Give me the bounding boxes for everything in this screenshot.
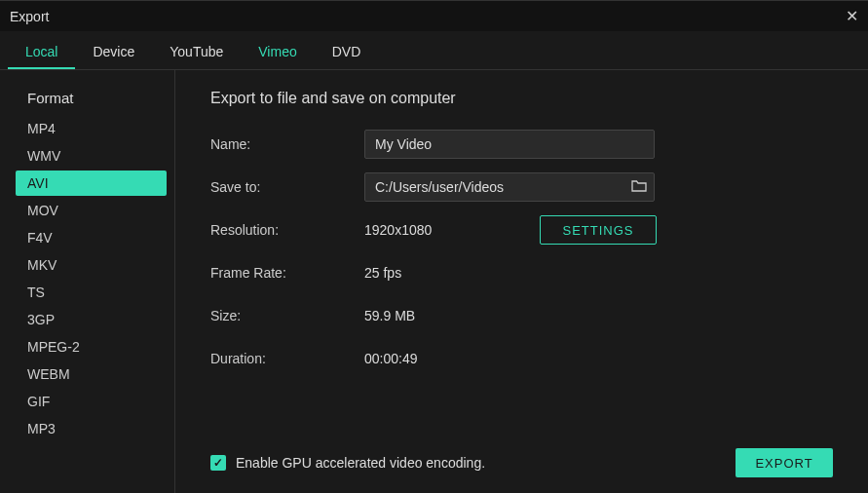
row-saveto: Save to: [210, 166, 833, 209]
format-item-mp4[interactable]: MP4 [16, 116, 167, 141]
label-resolution: Resolution: [210, 222, 364, 238]
main-panel: Export to file and save on computer Name… [175, 70, 868, 493]
format-item-mov[interactable]: MOV [16, 198, 167, 223]
titlebar: Export ✕ [0, 0, 868, 31]
panel-title: Export to file and save on computer [210, 90, 833, 107]
format-item-ts[interactable]: TS [16, 280, 167, 305]
saveto-input[interactable] [364, 172, 655, 202]
label-size: Size: [210, 308, 364, 323]
row-duration: Duration: 00:00:49 [210, 337, 833, 380]
format-item-mpeg-2[interactable]: MPEG-2 [16, 334, 167, 360]
window-title: Export [10, 9, 49, 24]
sidebar-title: Format [16, 82, 167, 116]
export-window: Export ✕ Local Device YouTube Vimeo DVD … [0, 0, 868, 493]
footer-row: ✓ Enable GPU accelerated video encoding.… [210, 429, 833, 477]
tab-dvd[interactable]: DVD [315, 34, 379, 69]
format-item-f4v[interactable]: F4V [16, 225, 167, 250]
label-framerate: Frame Rate: [210, 265, 364, 281]
format-item-webm[interactable]: WEBM [16, 361, 167, 387]
close-icon[interactable]: ✕ [846, 7, 858, 25]
checkbox-icon: ✓ [210, 455, 226, 471]
format-item-mkv[interactable]: MKV [16, 252, 167, 278]
tab-local[interactable]: Local [8, 34, 75, 69]
value-resolution: 1920x1080 [364, 222, 540, 238]
format-item-3gp[interactable]: 3GP [16, 307, 167, 332]
row-size: Size: 59.9 MB [210, 294, 833, 337]
dialog-body: Format MP4WMVAVIMOVF4VMKVTS3GPMPEG-2WEBM… [0, 70, 868, 493]
folder-icon[interactable] [631, 179, 647, 196]
format-item-wmv[interactable]: WMV [16, 143, 167, 169]
tab-bar: Local Device YouTube Vimeo DVD [0, 31, 868, 70]
tab-youtube[interactable]: YouTube [152, 34, 241, 69]
export-button[interactable]: EXPORT [736, 448, 833, 477]
tab-device[interactable]: Device [75, 34, 152, 69]
gpu-checkbox-label: Enable GPU accelerated video encoding. [236, 455, 485, 471]
settings-button[interactable]: SETTINGS [540, 215, 657, 245]
format-item-gif[interactable]: GIF [16, 389, 167, 414]
value-duration: 00:00:49 [364, 351, 540, 366]
gpu-checkbox-wrap[interactable]: ✓ Enable GPU accelerated video encoding. [210, 455, 485, 471]
format-item-avi[interactable]: AVI [16, 171, 167, 196]
format-item-mp3[interactable]: MP3 [16, 416, 167, 441]
value-size: 59.9 MB [364, 308, 540, 323]
row-name: Name: [210, 123, 833, 166]
label-name: Name: [210, 136, 364, 152]
row-resolution: Resolution: 1920x1080 SETTINGS [210, 209, 833, 251]
row-framerate: Frame Rate: 25 fps [210, 251, 833, 294]
value-framerate: 25 fps [364, 265, 540, 281]
label-duration: Duration: [210, 351, 364, 366]
label-saveto: Save to: [210, 179, 364, 195]
tab-vimeo[interactable]: Vimeo [241, 34, 314, 69]
name-input[interactable] [364, 130, 655, 159]
format-sidebar: Format MP4WMVAVIMOVF4VMKVTS3GPMPEG-2WEBM… [0, 70, 175, 493]
